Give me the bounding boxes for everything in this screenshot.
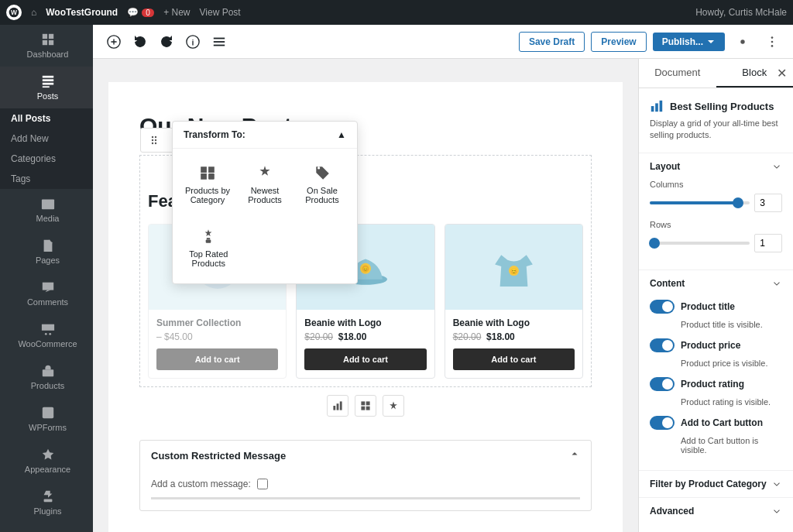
filter-section[interactable]: Filter by Product Category	[639, 471, 793, 498]
preview-button[interactable]: Preview	[591, 32, 646, 52]
tab-document[interactable]: Document	[639, 59, 716, 88]
toggle-label-product-title: Product title	[681, 301, 782, 312]
editor-area: Save Draft Preview Publish... Our New Po…	[93, 25, 793, 532]
custom-message-checkbox[interactable]	[257, 479, 268, 489]
advanced-chevron-down-icon	[771, 506, 782, 517]
block-icon-chart[interactable]	[327, 395, 348, 417]
main-layout: Dashboard Posts All Posts Add New Catego…	[0, 25, 793, 532]
svg-point-24	[740, 39, 744, 43]
transform-products-by-category[interactable]: Products byCategory	[180, 156, 235, 212]
panel-block-info: Best Selling Products Display a grid of …	[639, 88, 793, 153]
sidebar-submenu-posts: All Posts Add New Categories Tags	[0, 108, 93, 189]
svg-rect-10	[41, 200, 53, 210]
sidebar-item-woocommerce[interactable]: WooCommerce	[0, 314, 93, 356]
sidebar-item-comments[interactable]: Comments	[0, 273, 93, 314]
svg-point-29	[155, 136, 156, 138]
sidebar-sub-tags[interactable]: Tags	[0, 169, 93, 189]
add-to-cart-button-3[interactable]: Add to cart	[453, 348, 575, 370]
toolbar-right: Save Draft Preview Publish...	[519, 30, 784, 53]
admin-bar-new[interactable]: + New	[163, 7, 190, 18]
toggle-row-product-rating: Product rating	[650, 374, 782, 394]
settings-gear-button[interactable]	[731, 30, 754, 53]
svg-rect-49	[333, 406, 335, 410]
sidebar-item-appearance-label: Appearance	[25, 465, 70, 474]
transform-chevron-up-icon[interactable]: ▲	[337, 129, 346, 140]
sidebar-item-posts[interactable]: Posts	[0, 67, 93, 108]
advanced-section[interactable]: Advanced	[639, 498, 793, 524]
redo-button[interactable]	[155, 30, 178, 53]
sidebar-item-plugins[interactable]: Plugins	[0, 482, 93, 523]
svg-rect-8	[42, 83, 53, 85]
more-options-button[interactable]	[760, 30, 784, 53]
columns-slider-track[interactable]	[650, 201, 750, 204]
block-icon-star[interactable]	[383, 395, 404, 417]
columns-input[interactable]	[754, 194, 782, 212]
save-draft-button[interactable]: Save Draft	[519, 32, 585, 52]
admin-bar-comments[interactable]: 💬 0	[127, 7, 154, 18]
svg-rect-4	[42, 40, 46, 45]
toggle-product-price[interactable]	[650, 338, 675, 352]
toggle-add-to-cart[interactable]	[650, 416, 675, 430]
panel-tabs: Document Block ✕	[639, 59, 793, 88]
transform-top-rated-products[interactable]: Top RatedProducts	[180, 220, 237, 276]
panel-close-button[interactable]: ✕	[777, 67, 787, 80]
sidebar: Dashboard Posts All Posts Add New Catego…	[0, 25, 93, 532]
editor-toolbar: Save Draft Preview Publish...	[93, 25, 793, 59]
transform-on-sale-products[interactable]: On SaleProducts	[295, 156, 349, 212]
toggle-row-product-title: Product title	[650, 297, 782, 317]
panel-section-layout-header[interactable]: Layout	[639, 153, 793, 180]
svg-rect-57	[655, 103, 658, 112]
add-to-cart-button-2[interactable]: Add to cart	[304, 348, 426, 370]
svg-point-32	[152, 142, 153, 144]
svg-rect-39	[207, 238, 210, 239]
custom-message-header[interactable]: Custom Restricted Message	[140, 441, 591, 471]
publish-button[interactable]: Publish...	[653, 33, 725, 51]
add-to-cart-button-1[interactable]: Add to cart	[156, 348, 278, 370]
svg-rect-38	[206, 239, 211, 242]
custom-message-body: Add a custom message:	[140, 471, 591, 497]
product-new-price-2: $18.00	[338, 331, 367, 342]
admin-bar-home[interactable]: ⌂	[31, 7, 36, 18]
wp-logo[interactable]: W	[6, 5, 22, 20]
svg-rect-37	[208, 173, 215, 180]
product-info-1: Summer Collection – $45.00 Add to cart	[149, 310, 286, 378]
panel-section-content-body: Product title Product title is visible. …	[639, 297, 793, 470]
transform-label-products-by-category: Products byCategory	[185, 186, 230, 204]
transform-row2: Top RatedProducts	[173, 220, 357, 283]
info-button[interactable]	[181, 30, 204, 53]
transform-grid: Products byCategory NewestProducts On Sa…	[173, 149, 357, 220]
sidebar-item-users[interactable]: Users	[0, 523, 93, 532]
panel-section-layout: Layout Columns	[639, 153, 793, 270]
columns-label: Columns	[650, 180, 782, 189]
toggle-label-product-price: Product price	[681, 340, 782, 351]
sidebar-item-dashboard[interactable]: Dashboard	[0, 25, 93, 67]
admin-bar-view-post[interactable]: View Post	[200, 7, 241, 18]
panel-section-content-header[interactable]: Content	[639, 270, 793, 297]
list-view-button[interactable]	[208, 30, 231, 53]
block-drag-handle[interactable]	[144, 130, 164, 150]
sidebar-item-media[interactable]: Media	[0, 189, 93, 231]
svg-rect-55	[366, 407, 370, 410]
content-and-panel: Our New Post	[93, 59, 793, 532]
sidebar-item-products[interactable]: Products	[0, 356, 93, 398]
sidebar-sub-add-new[interactable]: Add New	[0, 129, 93, 149]
filter-chevron-down-icon	[771, 479, 782, 489]
rows-input[interactable]	[754, 234, 782, 252]
rows-slider-track[interactable]	[650, 242, 750, 245]
toggle-product-title[interactable]	[650, 300, 675, 314]
toggle-product-rating[interactable]	[650, 377, 675, 391]
transform-newest-products[interactable]: NewestProducts	[238, 156, 292, 212]
block-inserter-button[interactable]	[102, 30, 125, 53]
sidebar-item-posts-label: Posts	[37, 91, 59, 101]
sidebar-sub-categories[interactable]: Categories	[0, 149, 93, 169]
svg-point-25	[771, 36, 774, 39]
product-name-3: Beanie with Logo	[453, 317, 575, 328]
sidebar-sub-all-posts[interactable]: All Posts	[0, 108, 93, 129]
block-icon-grid[interactable]	[355, 395, 376, 417]
admin-bar-user[interactable]: Howdy, Curtis McHale	[695, 7, 787, 18]
undo-button[interactable]	[129, 30, 152, 53]
sidebar-item-wpforms[interactable]: WPForms	[0, 398, 93, 440]
sidebar-item-appearance[interactable]: Appearance	[0, 440, 93, 482]
sidebar-item-pages[interactable]: Pages	[0, 231, 93, 273]
admin-bar-site-name[interactable]: WooTestGround	[46, 7, 118, 18]
